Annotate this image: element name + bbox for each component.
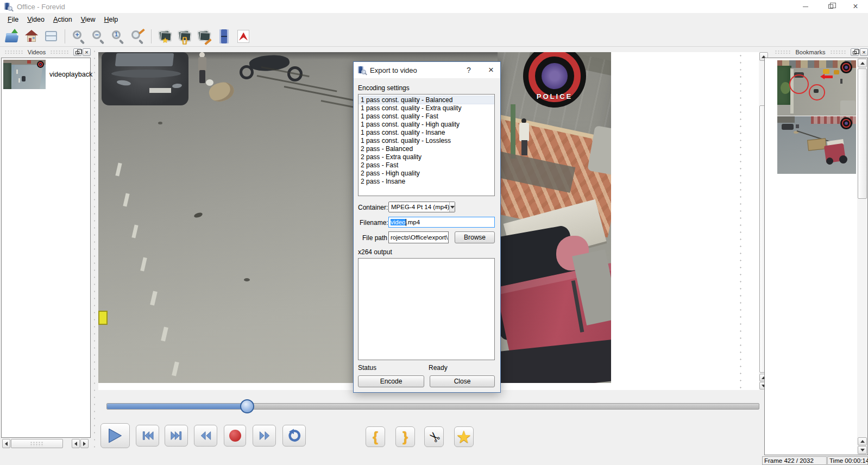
filmstrip-icon (221, 36, 227, 37)
export-dialog-titlebar: Export to video (354, 62, 500, 78)
debris (158, 122, 162, 124)
scroll-thumb[interactable] (11, 439, 63, 448)
browse-button[interactable]: Browse (455, 231, 495, 243)
encoding-option[interactable]: 1 pass const. quality - Balanced (358, 96, 494, 104)
encoding-option[interactable]: 2 pass - High quality (358, 169, 494, 178)
time-counter: Time 00:00:14 (827, 456, 868, 465)
minimize-button[interactable] (793, 0, 818, 13)
encoding-option[interactable]: 1 pass const. quality - Fast (358, 112, 494, 121)
videos-float-button[interactable] (73, 48, 81, 56)
window-title: Office - Forevid (17, 3, 65, 11)
videos-panel: Videos × videoplayback (1, 48, 91, 450)
skip-end-button[interactable] (165, 425, 188, 447)
encoding-option[interactable]: 1 pass const. quality - High quality (358, 121, 494, 129)
bookmarks-vscrollbar (857, 58, 867, 455)
x264-output-area[interactable] (358, 258, 495, 360)
cut-button[interactable]: ✂ (424, 426, 444, 447)
video-list-item[interactable]: videoplayback (2, 58, 90, 91)
zoom-out-button[interactable]: − (91, 29, 106, 44)
video-window-icon (46, 35, 56, 36)
container-select[interactable]: MPEG-4 Pt 14 (mp4) (388, 202, 455, 212)
restore-button[interactable] (818, 0, 843, 13)
combo-arrow-button[interactable] (449, 202, 455, 212)
scroll-thumb[interactable] (858, 68, 867, 199)
rewind-button[interactable] (194, 425, 217, 447)
close-dialog-button[interactable]: Close (430, 375, 495, 387)
zoom-selection-icon (139, 28, 145, 34)
dialog-help-button[interactable]: ? (461, 62, 477, 78)
close-brace-icon: } (402, 429, 408, 445)
menu-item-action[interactable]: Action (49, 14, 77, 25)
encoding-settings-list: 1 pass const. quality - Balanced 1 pass … (358, 94, 495, 196)
zoom-in-button[interactable]: + (71, 29, 86, 44)
mark-start-button[interactable]: { (366, 426, 385, 447)
video-window-button[interactable] (43, 29, 59, 44)
videos-panel-title: Videos (27, 49, 47, 55)
scroll-up-button-2[interactable] (858, 437, 867, 445)
mark-end-button[interactable]: } (395, 426, 415, 447)
encoding-option[interactable]: 2 pass - Fast (358, 161, 494, 169)
close-button[interactable]: × (843, 0, 868, 13)
encoding-option[interactable]: 2 pass - Insane (358, 178, 494, 186)
videos-close-button[interactable]: × (83, 48, 91, 56)
menu-item-help[interactable]: Help (100, 14, 123, 25)
seek-slider[interactable] (106, 403, 759, 410)
browse-button-label: Browse (464, 234, 486, 241)
scroll-left-button[interactable] (2, 439, 10, 448)
bookmarks-float-button[interactable] (851, 48, 859, 56)
annotate-frame-button[interactable] (197, 29, 212, 44)
encoding-option[interactable]: 1 pass const. quality - Lossless (358, 137, 494, 145)
skip-start-button[interactable] (136, 425, 159, 447)
bookmark-frame-button[interactable]: ★ (158, 29, 173, 44)
filepath-input[interactable]: rojects\Office\export\ (388, 231, 449, 243)
bookmarks-close-button[interactable]: × (860, 48, 868, 56)
play-icon (107, 426, 123, 445)
scroll-right-button[interactable] (80, 439, 89, 448)
play-button[interactable] (100, 423, 130, 448)
fast-forward-button[interactable] (253, 425, 276, 447)
float-icon (853, 51, 857, 54)
container-value: MPEG-4 Pt 14 (mp4) (389, 204, 449, 210)
left-splitter[interactable] (92, 48, 97, 450)
zoom-original-button[interactable]: 1 (110, 29, 125, 44)
car-windshield (115, 53, 174, 66)
application-window: Office - Forevid × File Video Action Vie… (0, 0, 868, 465)
encoding-option[interactable]: 2 pass - Extra quality (358, 153, 494, 161)
reset-button[interactable] (282, 425, 306, 447)
dialog-close-button[interactable]: × (483, 62, 499, 78)
mark-range-button[interactable]: {} (177, 29, 192, 44)
export-report-button[interactable] (236, 29, 251, 44)
home-button[interactable] (24, 29, 39, 44)
encoding-option[interactable]: 1 pass const. quality - Extra quality (358, 104, 494, 112)
filename-input[interactable]: video.mp4 (388, 217, 495, 228)
encode-button[interactable]: Encode (358, 375, 424, 387)
zoom-selection-button[interactable] (130, 29, 145, 44)
encoding-option[interactable]: 1 pass const. quality - Insane (358, 129, 494, 137)
scroll-left-button-2[interactable] (72, 439, 80, 448)
right-splitter[interactable] (739, 52, 742, 390)
fast-forward-icon (258, 430, 271, 442)
record-button[interactable] (224, 425, 246, 447)
scroll-down-button[interactable] (858, 446, 867, 454)
container-label: Container: (358, 204, 388, 211)
export-video-button[interactable] (216, 29, 231, 44)
star-icon: ★ (158, 36, 173, 44)
menu-bar: File Video Action View Help (0, 13, 868, 26)
close-icon: × (85, 49, 88, 55)
police-badge-mini (37, 61, 44, 68)
bookmark-item[interactable] (777, 116, 856, 174)
seek-handle[interactable] (240, 399, 254, 413)
status-bar: Frame 422 / 2032 Time 00:00:14 (0, 456, 868, 465)
dock-handle (775, 50, 791, 54)
bookmark-button[interactable]: ★ (454, 426, 474, 447)
menu-item-file[interactable]: File (3, 14, 23, 25)
encoding-option[interactable]: 2 pass - Balanced (358, 145, 494, 153)
scissors-icon: ✂ (424, 427, 443, 446)
scroll-up-button[interactable] (858, 59, 867, 67)
menu-item-video[interactable]: Video (23, 14, 49, 25)
menu-item-view[interactable]: View (77, 14, 100, 25)
open-project-button[interactable] (4, 29, 20, 44)
bookmark-item[interactable] (777, 60, 856, 116)
fallen-rider (205, 79, 237, 104)
toolbar-separator (151, 29, 152, 43)
